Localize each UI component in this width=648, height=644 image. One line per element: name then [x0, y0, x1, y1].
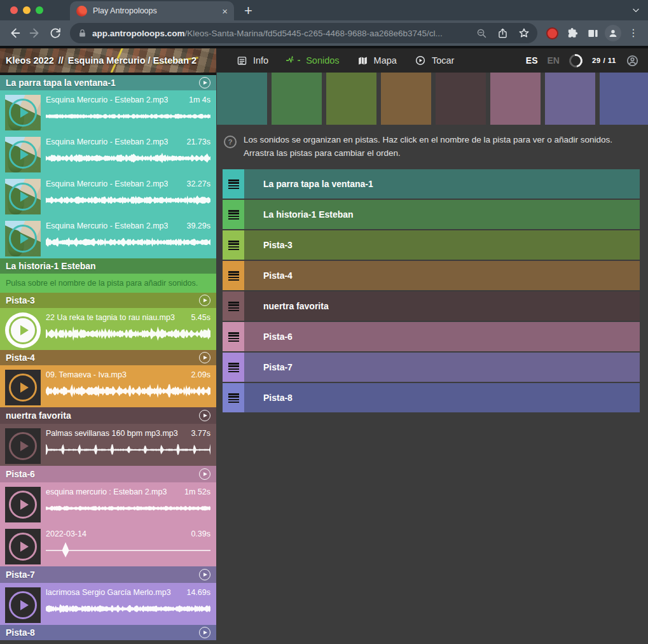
play-icon — [9, 99, 37, 127]
drag-handle[interactable] — [223, 261, 244, 290]
account-icon[interactable] — [626, 54, 639, 67]
lock-icon[interactable] — [78, 29, 87, 38]
sound-item[interactable]: Esquina Mercurio - Esteban 2.mp321.73s — [0, 132, 216, 174]
waveform[interactable] — [46, 440, 210, 459]
help-icon[interactable]: ? — [224, 136, 237, 148]
track-play-button[interactable] — [199, 627, 210, 638]
waveform[interactable] — [46, 191, 210, 210]
profile-avatar[interactable] — [603, 24, 623, 43]
bookmark-star-icon[interactable] — [518, 27, 530, 39]
drag-handle[interactable] — [223, 169, 244, 199]
track-play-button[interactable] — [199, 468, 210, 480]
sound-thumbnail[interactable] — [5, 428, 41, 464]
waveform[interactable] — [46, 149, 210, 168]
sounds-panel: ? Los sonidos se organizan en pistas. Ha… — [216, 73, 648, 644]
track-play-button[interactable] — [199, 295, 210, 306]
track-row-label: La parra tapa la ventana-1 — [244, 179, 373, 189]
track-row[interactable]: Pista-7 — [223, 353, 640, 382]
track-play-button[interactable] — [199, 352, 210, 363]
sound-item[interactable]: 2022-03-140.39s — [0, 524, 216, 566]
sound-thumbnail[interactable] — [5, 370, 41, 405]
browser-menu-icon[interactable]: ⋮ — [624, 24, 643, 43]
track-row[interactable]: La historia-1 Esteban — [223, 200, 640, 229]
track-header[interactable]: Pista-7 — [0, 566, 216, 583]
extensions-puzzle-icon[interactable] — [563, 24, 582, 43]
window-close-button[interactable] — [10, 6, 18, 14]
track-header[interactable]: La historia-1 Esteban — [0, 258, 216, 274]
zoom-out-icon[interactable] — [476, 28, 487, 39]
side-panel-icon[interactable] — [583, 24, 602, 43]
track-header[interactable]: Pista-4 — [0, 350, 216, 365]
window-zoom-button[interactable] — [36, 6, 43, 14]
sound-thumbnail[interactable] — [5, 221, 41, 256]
drag-handle[interactable] — [223, 322, 244, 351]
sound-thumbnail[interactable] — [5, 137, 41, 172]
recording-indicator-icon[interactable] — [542, 24, 562, 43]
lang-en-button[interactable]: EN — [548, 55, 560, 66]
refresh-button[interactable] — [46, 24, 65, 43]
url-bar[interactable]: app.antropoloops.com/Kleos-Santa-Marina/… — [70, 23, 537, 43]
track-row[interactable]: Pista-4 — [223, 261, 640, 290]
tab-tocar[interactable]: Tocar — [406, 48, 463, 73]
play-icon — [9, 491, 37, 519]
waveform[interactable] — [46, 382, 210, 401]
sound-item[interactable]: 22 Ua reka te tagnia to rau niau.mp35.45… — [0, 308, 216, 350]
new-tab-button[interactable]: + — [244, 4, 252, 18]
sound-item[interactable]: Esquina Mercurio - Esteban 2.mp31m 4s — [0, 90, 216, 132]
sound-thumbnail[interactable] — [5, 95, 41, 130]
site-favicon-icon — [76, 6, 87, 17]
waveform[interactable] — [46, 541, 210, 560]
sound-item[interactable]: Esquina Mercurio - Esteban 2.mp339.29s — [0, 216, 216, 258]
waveform[interactable] — [46, 325, 210, 344]
drag-handle[interactable] — [223, 291, 244, 321]
track-row[interactable]: La parra tapa la ventana-1 — [223, 169, 640, 199]
waveform[interactable] — [46, 599, 210, 619]
sound-thumbnail[interactable] — [5, 587, 41, 623]
help-row: ? Los sonidos se organizan en pistas. Ha… — [224, 133, 623, 160]
drag-handle[interactable] — [223, 200, 244, 229]
lang-es-button[interactable]: ES — [526, 55, 538, 66]
drag-handle[interactable] — [223, 353, 244, 382]
track-row[interactable]: nuertra favorita — [223, 291, 640, 321]
share-icon[interactable] — [497, 28, 508, 39]
tab-sonidos[interactable]: Sonidos — [277, 48, 348, 73]
track-play-button[interactable] — [199, 569, 210, 580]
drag-handle[interactable] — [223, 230, 244, 260]
sound-thumbnail[interactable] — [5, 312, 41, 348]
track-header[interactable]: Pista-3 — [0, 293, 216, 308]
sound-item[interactable]: Esquina Mercurio - Esteban 2.mp332.27s — [0, 174, 216, 216]
sound-item[interactable]: Palmas sevillanas 160 bpm mp3.mp33.77s — [0, 424, 216, 466]
track-play-button[interactable] — [199, 410, 210, 421]
track-play-button[interactable] — [199, 77, 210, 88]
browser-tab[interactable]: Play Antropoloops × — [70, 1, 234, 20]
track-header[interactable]: La parra tapa la ventana-1 — [0, 75, 216, 90]
waveform[interactable] — [46, 107, 210, 126]
drag-handle[interactable] — [223, 383, 244, 412]
waveform[interactable] — [46, 499, 210, 518]
tab-info[interactable]: Info — [228, 48, 277, 73]
sound-thumbnail[interactable] — [5, 529, 41, 564]
tab-search-chevron-icon[interactable] — [631, 6, 640, 15]
sound-title: Esquina Mercurio - Esteban 2.mp3 — [46, 221, 168, 231]
sound-title: 09. Temaeva - Iva.mp3 — [46, 370, 127, 380]
sound-thumbnail[interactable] — [5, 179, 41, 214]
back-button[interactable] — [5, 24, 24, 43]
forward-button[interactable] — [25, 24, 45, 43]
sound-item[interactable]: esquina mercurio : Esteban 2.mp31m 52s — [0, 482, 216, 524]
track-row[interactable]: Pista-3 — [223, 230, 640, 260]
window-minimize-button[interactable] — [23, 6, 31, 14]
sound-item[interactable]: lacrimosa Sergio García Merlo.mp314.69s — [0, 583, 216, 625]
breadcrumb-project[interactable]: Kleos 2022 — [6, 55, 54, 66]
sound-title: Esquina Mercurio - Esteban 2.mp3 — [46, 95, 168, 105]
tab-mapa[interactable]: Mapa — [348, 48, 406, 73]
sound-thumbnail[interactable] — [5, 487, 41, 522]
track-row[interactable]: Pista-6 — [223, 322, 640, 351]
sound-item[interactable]: 09. Temaeva - Iva.mp32.09s — [0, 365, 216, 407]
track-row[interactable]: Pista-8 — [223, 383, 640, 412]
track-row-label: nuertra favorita — [244, 301, 329, 311]
track-header[interactable]: Pista-8 — [0, 625, 216, 640]
track-header[interactable]: Pista-6 — [0, 466, 216, 482]
track-header[interactable]: nuertra favorita — [0, 407, 216, 424]
tab-close-icon[interactable]: × — [222, 6, 228, 16]
waveform[interactable] — [46, 233, 210, 252]
